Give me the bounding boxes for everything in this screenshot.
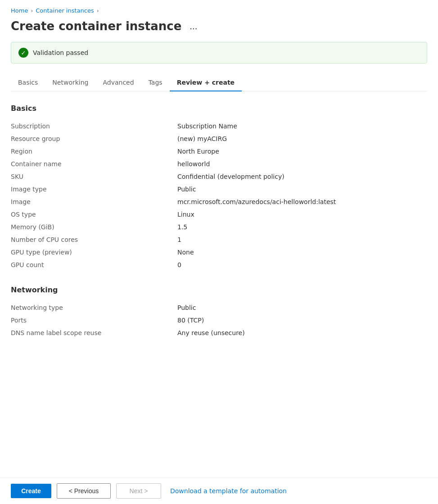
field-value-container-name: helloworld — [177, 160, 427, 168]
field-value-cpu-cores: 1 — [177, 236, 427, 243]
field-sku: SKU Confidential (development policy) — [11, 170, 427, 183]
field-gpu-type: GPU type (preview) None — [11, 246, 427, 259]
breadcrumb-sep-2: › — [97, 8, 99, 14]
field-label-memory: Memory (GiB) — [11, 223, 177, 231]
field-label-cpu-cores: Number of CPU cores — [11, 236, 177, 243]
tab-tags[interactable]: Tags — [141, 74, 170, 91]
field-value-gpu-type: None — [177, 249, 427, 256]
field-value-image-type: Public — [177, 186, 427, 193]
field-label-subscription: Subscription — [11, 123, 177, 130]
footer-bar: Create < Previous Next > Download a temp… — [0, 477, 438, 504]
field-value-subscription: Subscription Name — [177, 123, 427, 130]
tab-basics[interactable]: Basics — [11, 74, 45, 91]
field-label-ports: Ports — [11, 317, 177, 324]
field-label-os-type: OS type — [11, 211, 177, 218]
tab-advanced[interactable]: Advanced — [95, 74, 141, 91]
page-title: Create container instance — [11, 19, 181, 33]
tabs-container: Basics Networking Advanced Tags Review +… — [11, 74, 427, 91]
field-label-networking-type: Networking type — [11, 304, 177, 311]
field-value-dns-scope: Any reuse (unsecure) — [177, 329, 427, 336]
basics-section-title: Basics — [11, 104, 427, 113]
previous-button[interactable]: < Previous — [57, 483, 111, 499]
field-value-memory: 1.5 — [177, 223, 427, 231]
networking-section: Networking Networking type Public Ports … — [11, 286, 427, 339]
field-value-gpu-count: 0 — [177, 261, 427, 268]
networking-section-title: Networking — [11, 286, 427, 294]
page-title-row: Create container instance ... — [11, 19, 427, 33]
next-button: Next > — [116, 483, 161, 499]
field-value-resource-group: (new) myACIRG — [177, 135, 427, 142]
field-label-dns-scope: DNS name label scope reuse — [11, 329, 177, 336]
field-image: Image mcr.microsoft.com/azuredocs/aci-he… — [11, 195, 427, 208]
field-ports: Ports 80 (TCP) — [11, 314, 427, 327]
field-label-gpu-count: GPU count — [11, 261, 177, 268]
create-button[interactable]: Create — [11, 484, 51, 498]
breadcrumb: Home › Container instances › — [11, 7, 427, 14]
field-memory: Memory (GiB) 1.5 — [11, 221, 427, 233]
field-dns-scope: DNS name label scope reuse Any reuse (un… — [11, 327, 427, 339]
field-resource-group: Resource group (new) myACIRG — [11, 132, 427, 145]
field-label-gpu-type: GPU type (preview) — [11, 249, 177, 256]
field-label-image-type: Image type — [11, 186, 177, 193]
field-label-resource-group: Resource group — [11, 135, 177, 142]
breadcrumb-home[interactable]: Home — [11, 7, 28, 14]
field-label-sku: SKU — [11, 173, 177, 180]
field-os-type: OS type Linux — [11, 208, 427, 221]
field-label-container-name: Container name — [11, 160, 177, 168]
field-value-os-type: Linux — [177, 211, 427, 218]
validation-check-icon — [18, 48, 28, 58]
field-container-name: Container name helloworld — [11, 158, 427, 170]
field-label-image: Image — [11, 198, 177, 205]
basics-section: Basics Subscription Subscription Name Re… — [11, 104, 427, 271]
field-cpu-cores: Number of CPU cores 1 — [11, 233, 427, 246]
field-image-type: Image type Public — [11, 183, 427, 195]
field-subscription: Subscription Subscription Name — [11, 120, 427, 132]
tab-review-create[interactable]: Review + create — [170, 74, 242, 91]
breadcrumb-container-instances[interactable]: Container instances — [36, 7, 94, 14]
field-label-region: Region — [11, 148, 177, 155]
tab-networking[interactable]: Networking — [45, 74, 95, 91]
field-value-image: mcr.microsoft.com/azuredocs/aci-hellowor… — [177, 198, 427, 205]
field-value-ports: 80 (TCP) — [177, 317, 427, 324]
field-gpu-count: GPU count 0 — [11, 259, 427, 271]
field-region: Region North Europe — [11, 145, 427, 158]
download-template-link[interactable]: Download a template for automation — [170, 487, 287, 495]
validation-text: Validation passed — [33, 49, 88, 56]
field-networking-type: Networking type Public — [11, 301, 427, 314]
field-value-sku: Confidential (development policy) — [177, 173, 427, 180]
more-options-button[interactable]: ... — [187, 20, 200, 33]
validation-banner: Validation passed — [11, 42, 427, 64]
field-value-networking-type: Public — [177, 304, 427, 311]
breadcrumb-sep-1: › — [31, 8, 33, 14]
field-value-region: North Europe — [177, 148, 427, 155]
